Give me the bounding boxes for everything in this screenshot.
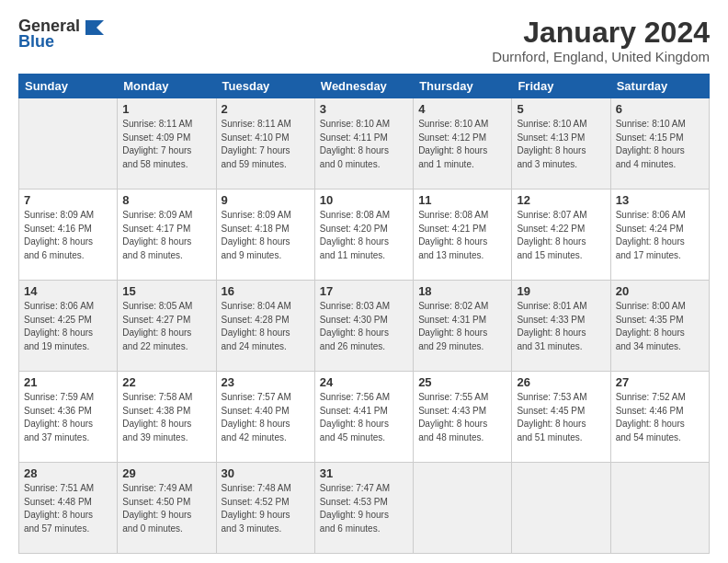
table-row: 25Sunrise: 7:55 AM Sunset: 4:43 PM Dayli… [414,372,512,463]
page: General Blue January 2024 Durnford, Engl… [0,0,728,563]
day-number: 7 [24,193,112,207]
day-info: Sunrise: 7:58 AM Sunset: 4:38 PM Dayligh… [122,391,210,444]
day-info: Sunrise: 8:11 AM Sunset: 4:09 PM Dayligh… [122,118,210,171]
calendar-week-row: 7Sunrise: 8:09 AM Sunset: 4:16 PM Daylig… [19,190,710,281]
day-info: Sunrise: 8:10 AM Sunset: 4:15 PM Dayligh… [616,118,704,171]
day-info: Sunrise: 8:11 AM Sunset: 4:10 PM Dayligh… [222,118,310,171]
table-row: 28Sunrise: 7:51 AM Sunset: 4:48 PM Dayli… [19,463,118,554]
day-info: Sunrise: 8:08 AM Sunset: 4:21 PM Dayligh… [418,209,506,262]
day-number: 21 [24,375,112,389]
day-number: 18 [418,284,506,298]
day-info: Sunrise: 7:51 AM Sunset: 4:48 PM Dayligh… [24,482,112,535]
day-number: 3 [320,102,408,116]
day-number: 2 [222,102,310,116]
table-row: 10Sunrise: 8:08 AM Sunset: 4:20 PM Dayli… [314,190,413,281]
day-number: 6 [616,102,704,116]
day-number: 29 [122,466,210,480]
day-info: Sunrise: 8:00 AM Sunset: 4:35 PM Dayligh… [616,300,704,353]
table-row: 29Sunrise: 7:49 AM Sunset: 4:50 PM Dayli… [118,463,216,554]
header: General Blue January 2024 Durnford, Engl… [18,17,710,64]
logo: General Blue [18,17,104,52]
table-row: 4Sunrise: 8:10 AM Sunset: 4:12 PM Daylig… [414,98,512,190]
day-info: Sunrise: 8:03 AM Sunset: 4:30 PM Dayligh… [320,300,408,353]
table-row: 3Sunrise: 8:10 AM Sunset: 4:11 PM Daylig… [314,98,413,190]
calendar-header-row: Sunday Monday Tuesday Wednesday Thursday… [19,75,710,98]
table-row: 19Sunrise: 8:01 AM Sunset: 4:33 PM Dayli… [512,281,610,372]
table-row: 21Sunrise: 7:59 AM Sunset: 4:36 PM Dayli… [19,372,118,463]
table-row: 16Sunrise: 8:04 AM Sunset: 4:28 PM Dayli… [216,281,314,372]
header-wednesday: Wednesday [314,75,413,98]
day-number: 27 [616,375,704,389]
day-number: 30 [222,466,310,480]
day-info: Sunrise: 7:52 AM Sunset: 4:46 PM Dayligh… [616,391,704,444]
day-number: 15 [122,284,210,298]
day-info: Sunrise: 7:59 AM Sunset: 4:36 PM Dayligh… [24,391,112,444]
header-thursday: Thursday [414,75,512,98]
calendar-week-row: 14Sunrise: 8:06 AM Sunset: 4:25 PM Dayli… [19,281,710,372]
day-number: 4 [418,102,506,116]
day-number: 17 [320,284,408,298]
calendar-table: Sunday Monday Tuesday Wednesday Thursday… [18,74,710,554]
table-row: 30Sunrise: 7:48 AM Sunset: 4:52 PM Dayli… [216,463,314,554]
table-row: 18Sunrise: 8:02 AM Sunset: 4:31 PM Dayli… [414,281,512,372]
table-row: 13Sunrise: 8:06 AM Sunset: 4:24 PM Dayli… [610,190,709,281]
day-number: 19 [517,284,605,298]
table-row: 11Sunrise: 8:08 AM Sunset: 4:21 PM Dayli… [414,190,512,281]
header-saturday: Saturday [610,75,709,98]
day-info: Sunrise: 8:09 AM Sunset: 4:18 PM Dayligh… [222,209,310,262]
month-title: January 2024 [492,17,710,49]
table-row: 23Sunrise: 7:57 AM Sunset: 4:40 PM Dayli… [216,372,314,463]
logo-blue-text: Blue [18,32,54,52]
day-number: 25 [418,375,506,389]
day-info: Sunrise: 8:08 AM Sunset: 4:20 PM Dayligh… [320,209,408,262]
day-number: 22 [122,375,210,389]
table-row: 5Sunrise: 8:10 AM Sunset: 4:13 PM Daylig… [512,98,610,190]
day-number: 5 [517,102,605,116]
day-number: 31 [320,466,408,480]
day-info: Sunrise: 8:10 AM Sunset: 4:12 PM Dayligh… [418,118,506,171]
day-info: Sunrise: 8:10 AM Sunset: 4:11 PM Dayligh… [320,118,408,171]
day-info: Sunrise: 7:53 AM Sunset: 4:45 PM Dayligh… [517,391,605,444]
table-row: 7Sunrise: 8:09 AM Sunset: 4:16 PM Daylig… [19,190,118,281]
table-row: 24Sunrise: 7:56 AM Sunset: 4:41 PM Dayli… [314,372,413,463]
table-row [512,463,610,554]
table-row: 31Sunrise: 7:47 AM Sunset: 4:53 PM Dayli… [314,463,413,554]
table-row: 15Sunrise: 8:05 AM Sunset: 4:27 PM Dayli… [118,281,216,372]
day-info: Sunrise: 8:09 AM Sunset: 4:17 PM Dayligh… [122,209,210,262]
day-info: Sunrise: 7:57 AM Sunset: 4:40 PM Dayligh… [222,391,310,444]
day-info: Sunrise: 7:49 AM Sunset: 4:50 PM Dayligh… [122,482,210,535]
table-row: 9Sunrise: 8:09 AM Sunset: 4:18 PM Daylig… [216,190,314,281]
table-row: 22Sunrise: 7:58 AM Sunset: 4:38 PM Dayli… [118,372,216,463]
calendar-week-row: 28Sunrise: 7:51 AM Sunset: 4:48 PM Dayli… [19,463,710,554]
table-row: 12Sunrise: 8:07 AM Sunset: 4:22 PM Dayli… [512,190,610,281]
day-number: 26 [517,375,605,389]
day-info: Sunrise: 7:55 AM Sunset: 4:43 PM Dayligh… [418,391,506,444]
day-number: 24 [320,375,408,389]
day-info: Sunrise: 8:07 AM Sunset: 4:22 PM Dayligh… [517,209,605,262]
header-sunday: Sunday [19,75,118,98]
day-number: 11 [418,193,506,207]
table-row: 27Sunrise: 7:52 AM Sunset: 4:46 PM Dayli… [610,372,709,463]
day-info: Sunrise: 8:01 AM Sunset: 4:33 PM Dayligh… [517,300,605,353]
day-info: Sunrise: 8:05 AM Sunset: 4:27 PM Dayligh… [122,300,210,353]
location: Durnford, England, United Kingdom [492,49,710,64]
table-row: 6Sunrise: 8:10 AM Sunset: 4:15 PM Daylig… [610,98,709,190]
calendar-week-row: 21Sunrise: 7:59 AM Sunset: 4:36 PM Dayli… [19,372,710,463]
day-info: Sunrise: 8:10 AM Sunset: 4:13 PM Dayligh… [517,118,605,171]
table-row: 2Sunrise: 8:11 AM Sunset: 4:10 PM Daylig… [216,98,314,190]
table-row: 1Sunrise: 8:11 AM Sunset: 4:09 PM Daylig… [118,98,216,190]
title-block: January 2024 Durnford, England, United K… [492,17,710,64]
day-number: 23 [222,375,310,389]
day-number: 16 [222,284,310,298]
table-row [610,463,709,554]
day-info: Sunrise: 8:06 AM Sunset: 4:25 PM Dayligh… [24,300,112,353]
day-number: 20 [616,284,704,298]
day-number: 10 [320,193,408,207]
svg-marker-0 [85,20,104,35]
calendar-week-row: 1Sunrise: 8:11 AM Sunset: 4:09 PM Daylig… [19,98,710,190]
day-number: 12 [517,193,605,207]
logo-flag-icon [84,18,104,35]
day-info: Sunrise: 7:47 AM Sunset: 4:53 PM Dayligh… [320,482,408,535]
day-info: Sunrise: 7:48 AM Sunset: 4:52 PM Dayligh… [222,482,310,535]
day-number: 13 [616,193,704,207]
